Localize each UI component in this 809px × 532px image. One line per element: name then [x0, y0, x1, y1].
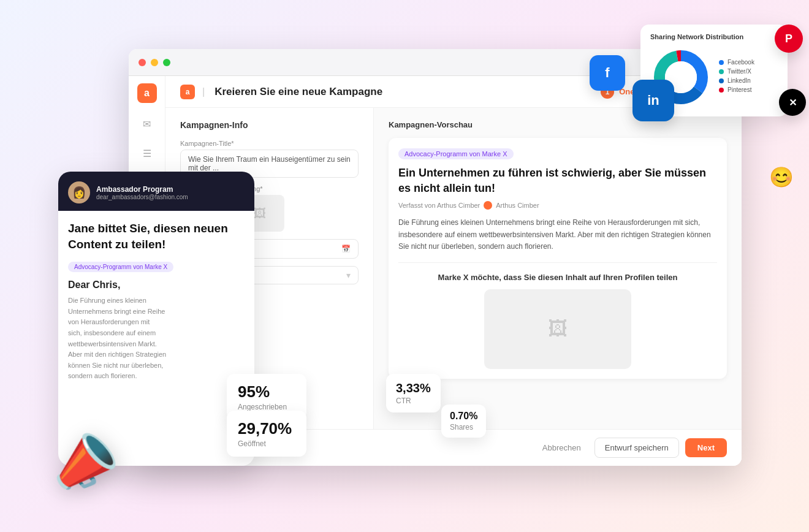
mobile-body: Jane bittet Sie, diesen neuen Content zu…: [58, 211, 254, 392]
minimize-dot[interactable]: [151, 59, 158, 66]
calendar-icon: 📅: [341, 245, 351, 253]
sidebar-logo[interactable]: a: [137, 83, 157, 103]
stat-ctr-value: 3,33%: [396, 381, 431, 395]
page-title: Kreieren Sie eine neue Kampagne: [215, 86, 382, 98]
linkedin-icon: in: [632, 80, 674, 121]
legend-fb-label: Facebook: [727, 59, 754, 66]
author-line: Verfasst von Arthus Cimber Arthus Cimber: [398, 201, 717, 210]
advocacy-badge: Advocacy-Programm von Marke X: [398, 148, 514, 159]
author-prefix: Verfasst von Arthus Cimber: [398, 202, 480, 209]
donut-title: Sharing Network Distribution: [650, 33, 778, 40]
mobile-header-text: Ambassador Program dear_ambassadors@fash…: [96, 185, 188, 200]
mobile-greeting: Dear Chris,: [68, 279, 245, 291]
preview-article-title: Ein Unternehmen zu führen ist schwierig,…: [398, 165, 717, 196]
mobile-email: dear_ambassadors@fashion.com: [96, 194, 188, 200]
author-name: Arthus Cimber: [496, 202, 539, 209]
pinterest-icon: P: [775, 25, 803, 53]
stat-card-ctr: 3,33% CTR: [386, 374, 441, 412]
stat-shares-label: Shares: [450, 423, 477, 431]
emoji-decoration: 😊: [769, 165, 794, 189]
title-field-label: Kampagnen-Title*: [180, 140, 359, 147]
author-dot: [484, 201, 492, 210]
stat-geöffnet-value: 29,70%: [238, 419, 295, 438]
mobile-sender: Ambassador Program: [96, 185, 188, 194]
stat-shares-value: 0.70%: [450, 411, 477, 422]
stat-ctr-label: CTR: [396, 397, 431, 405]
share-image-icon: 🖼: [548, 317, 568, 340]
twitter-label: ✕: [789, 97, 797, 108]
stat-geöffnet-label: Geöffnet: [238, 439, 295, 448]
dropdown-arrow: ▾: [346, 270, 351, 280]
legend-twitter: Twitter/X: [719, 68, 778, 75]
header-separator: |: [202, 86, 205, 97]
legend-facebook: Facebook: [719, 59, 778, 66]
close-dot[interactable]: [139, 59, 146, 66]
mobile-card: 👩 Ambassador Program dear_ambassadors@fa…: [58, 172, 254, 466]
legend-pi-label: Pinterest: [727, 86, 751, 93]
form-section-title: Kampagnen-Info: [180, 120, 359, 130]
sidebar-icon-mail[interactable]: ✉: [139, 115, 156, 132]
preview-section-title: Kampagnen-Vorschau: [389, 120, 727, 129]
stat-angeschrieben-value: 95%: [238, 382, 295, 401]
stat-card-geöffnet: 29,70% Geöffnet: [227, 411, 306, 457]
divider: [398, 262, 717, 263]
legend-pinterest: Pinterest: [719, 86, 778, 93]
next-button[interactable]: Next: [685, 438, 727, 457]
mobile-text: Die Führung eines kleinen Unternehmens b…: [68, 295, 245, 382]
maximize-dot[interactable]: [163, 59, 170, 66]
stat-card-shares: 0.70% Shares: [441, 405, 486, 438]
linkedin-label: in: [647, 93, 659, 108]
brand-logo: a: [180, 85, 195, 99]
share-image-placeholder: 🖼: [484, 289, 631, 369]
cancel-button[interactable]: Abbrechen: [535, 438, 588, 457]
twitter-icon: ✕: [779, 89, 806, 116]
facebook-label: f: [605, 65, 609, 81]
share-section-title: Marke X möchte, dass Sie diesen Inhalt a…: [398, 273, 717, 282]
legend-tw-label: Twitter/X: [727, 68, 751, 75]
mobile-header: 👩 Ambassador Program dear_ambassadors@fa…: [58, 172, 254, 211]
sidebar-icon-menu[interactable]: ☰: [139, 145, 156, 162]
mobile-advocacy-badge: Advocacy-Programm von Marke X: [68, 262, 173, 272]
save-draft-button[interactable]: Entwurf speichern: [594, 438, 679, 458]
mobile-avatar: 👩: [68, 181, 90, 203]
legend-linkedin: LinkedIn: [719, 77, 778, 84]
mobile-headline: Jane bittet Sie, diesen neuen Content zu…: [68, 221, 245, 252]
donut-legend: Facebook Twitter/X LinkedIn Pinterest: [719, 59, 778, 96]
article-excerpt: Die Führung eines kleinen Unternehmens b…: [398, 217, 717, 253]
pinterest-label: P: [785, 32, 792, 45]
legend-li-label: LinkedIn: [727, 77, 751, 84]
facebook-icon: f: [590, 55, 625, 91]
stat-angeschrieben-label: Angeschrieben: [238, 403, 295, 411]
